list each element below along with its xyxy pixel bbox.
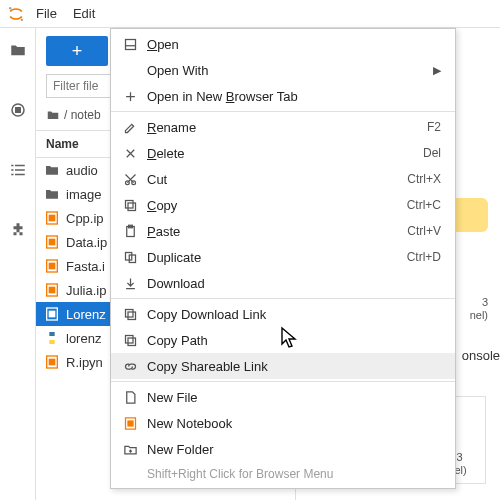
svg-rect-3 — [15, 108, 20, 113]
toc-icon[interactable] — [8, 160, 28, 180]
menu-item-copy-download-link[interactable]: Copy Download Link — [111, 301, 455, 327]
link-icon — [121, 357, 139, 375]
menu-item-shortcut: Ctrl+D — [407, 250, 441, 264]
menu-hint: Shift+Right Click for Browser Menu — [111, 462, 455, 486]
menu-item-duplicate[interactable]: DuplicateCtrl+D — [111, 244, 455, 270]
blank-icon — [121, 61, 139, 79]
menu-item-label: Cut — [147, 172, 407, 187]
menu-item-shortcut: Ctrl+C — [407, 198, 441, 212]
menu-item-copy-shareable-link[interactable]: Copy Shareable Link — [111, 353, 455, 379]
menu-file[interactable]: File — [28, 2, 65, 25]
folder-icon — [46, 108, 60, 122]
menu-edit[interactable]: Edit — [65, 2, 103, 25]
menu-separator — [111, 381, 455, 382]
svg-rect-35 — [125, 335, 133, 343]
extensions-icon[interactable] — [8, 220, 28, 240]
menu-item-label: Open in New Browser Tab — [147, 89, 441, 104]
launcher-section-console: onsole — [462, 348, 500, 363]
svg-rect-7 — [15, 169, 25, 171]
menu-item-label: New Folder — [147, 442, 441, 457]
menu-item-label: Delete — [147, 146, 423, 161]
download-icon — [121, 274, 139, 292]
folder-icon — [44, 186, 60, 202]
svg-rect-26 — [128, 203, 136, 211]
notebook-icon — [44, 258, 60, 274]
notebook-icon — [121, 414, 139, 432]
notebook-icon — [44, 306, 60, 322]
svg-rect-11 — [49, 215, 56, 222]
chevron-right-icon: ▶ — [433, 64, 441, 77]
file-name: Data.ip — [66, 235, 107, 250]
jupyter-logo-icon — [4, 2, 28, 26]
menu-item-open-with[interactable]: Open With▶ — [111, 57, 455, 83]
svg-rect-8 — [11, 174, 13, 176]
menu-item-copy[interactable]: CopyCtrl+C — [111, 192, 455, 218]
svg-rect-15 — [49, 263, 56, 270]
new-launcher-button[interactable]: + — [46, 36, 108, 66]
menu-item-new-notebook[interactable]: New Notebook — [111, 410, 455, 436]
menu-item-cut[interactable]: CutCtrl+X — [111, 166, 455, 192]
copy-icon — [121, 196, 139, 214]
menu-item-copy-path[interactable]: Copy Path — [111, 327, 455, 353]
menu-item-shortcut: Ctrl+V — [407, 224, 441, 238]
menu-item-label: New File — [147, 390, 441, 405]
menu-item-paste[interactable]: PasteCtrl+V — [111, 218, 455, 244]
menu-item-label: Copy — [147, 198, 407, 213]
file-name: Cpp.ip — [66, 211, 104, 226]
menu-item-new-folder[interactable]: New Folder — [111, 436, 455, 462]
plus-icon — [121, 87, 139, 105]
svg-rect-13 — [49, 239, 56, 246]
notebook-icon — [44, 210, 60, 226]
menu-item-rename[interactable]: RenameF2 — [111, 114, 455, 140]
file-name: image — [66, 187, 101, 202]
svg-point-1 — [21, 18, 23, 20]
kernel-badge-label: 3nel) — [470, 296, 488, 322]
svg-rect-6 — [11, 169, 13, 171]
breadcrumb-path: / noteb — [64, 108, 101, 122]
file-name: audio — [66, 163, 98, 178]
menu-item-label: Open With — [147, 63, 433, 78]
svg-rect-33 — [125, 309, 133, 317]
copy-icon — [121, 331, 139, 349]
running-icon[interactable] — [8, 100, 28, 120]
menu-item-shortcut: F2 — [427, 120, 441, 134]
cut-icon — [121, 170, 139, 188]
menubar: File Edit — [0, 0, 500, 28]
file-name: Fasta.i — [66, 259, 105, 274]
svg-rect-19 — [49, 311, 56, 318]
menu-item-download[interactable]: Download — [111, 270, 455, 296]
menu-item-open[interactable]: Open — [111, 31, 455, 57]
svg-rect-21 — [49, 359, 56, 366]
menu-item-open-in-new-browser-tab[interactable]: Open in New Browser Tab — [111, 83, 455, 109]
menu-item-delete[interactable]: DeleteDel — [111, 140, 455, 166]
menu-item-shortcut: Ctrl+X — [407, 172, 441, 186]
svg-rect-17 — [49, 287, 56, 294]
file-icon — [121, 388, 139, 406]
menu-item-label: Copy Shareable Link — [147, 359, 441, 374]
python-icon — [44, 330, 60, 346]
menu-item-new-file[interactable]: New File — [111, 384, 455, 410]
menu-item-label: Paste — [147, 224, 407, 239]
menu-item-label: Copy Path — [147, 333, 441, 348]
menu-item-label: Duplicate — [147, 250, 407, 265]
svg-rect-4 — [11, 165, 13, 167]
folder-icon — [44, 162, 60, 178]
notebook-icon — [44, 234, 60, 250]
svg-rect-9 — [15, 174, 25, 176]
svg-rect-23 — [125, 39, 135, 49]
duplicate-icon — [121, 248, 139, 266]
svg-rect-5 — [15, 165, 25, 167]
folder-icon[interactable] — [8, 40, 28, 60]
file-name: R.ipyn — [66, 355, 103, 370]
svg-rect-37 — [127, 420, 133, 426]
menu-item-shortcut: Del — [423, 146, 441, 160]
file-name: Julia.ip — [66, 283, 106, 298]
menu-item-label: Download — [147, 276, 441, 291]
folder-plus-icon — [121, 440, 139, 458]
notebook-icon — [44, 354, 60, 370]
menu-item-label: Rename — [147, 120, 427, 135]
notebook-icon — [44, 282, 60, 298]
svg-rect-27 — [125, 200, 133, 208]
copy-icon — [121, 305, 139, 323]
column-name[interactable]: Name — [36, 131, 89, 157]
